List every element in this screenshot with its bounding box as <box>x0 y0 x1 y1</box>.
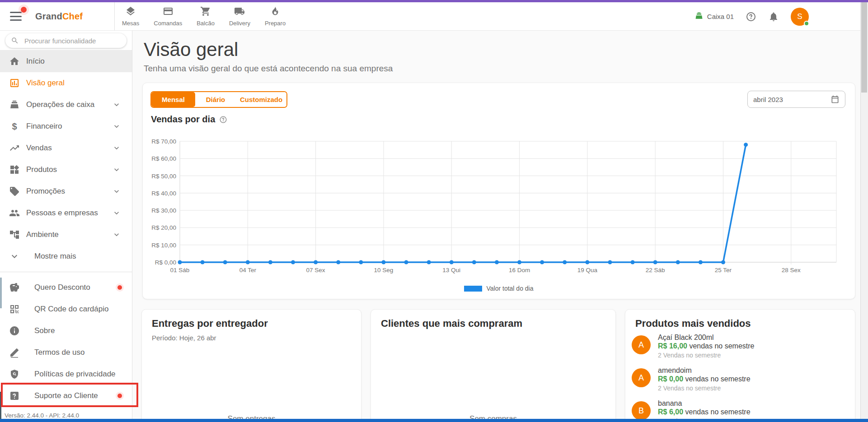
sidebar-scrollbar-thumb[interactable] <box>0 278 2 308</box>
home-icon <box>9 56 20 67</box>
header-right-cluster: Caixa 01 S <box>694 2 809 31</box>
dollar-icon: $ <box>9 121 20 132</box>
list-item[interactable]: A amendoim R$ 0,00 vendas no semestre 2 … <box>632 366 850 392</box>
bell-icon[interactable] <box>768 11 779 22</box>
avatar[interactable]: S <box>791 8 809 26</box>
product-amount-suffix: vendas no semestre <box>685 408 751 416</box>
sidebar-item-inicio[interactable]: Início <box>0 51 132 72</box>
tab-customizado[interactable]: Customizado <box>236 92 286 107</box>
qr-code-icon <box>9 304 20 315</box>
chevron-down-icon <box>9 251 20 262</box>
sidebar-item-label: Sobre <box>34 326 55 335</box>
product-sales-line: R$ 6,00 vendas no semestre <box>658 408 751 417</box>
list-item[interactable]: A Açaí Black 200ml R$ 16,00 vendas no se… <box>632 333 850 359</box>
sidebar-item-label: Mostre mais <box>34 252 76 261</box>
trending-up-icon <box>9 143 20 153</box>
search-input[interactable] <box>24 37 121 45</box>
svg-text:R$ 0,00: R$ 0,00 <box>155 259 176 266</box>
widgets-icon <box>9 164 20 175</box>
sidebar-item-visao-geral[interactable]: Visão geral <box>0 72 132 94</box>
sidebar-item-label: Financeiro <box>26 122 62 131</box>
cash-register-icon <box>9 99 20 110</box>
sidebar-item-quero-desconto[interactable]: Quero Desconto <box>0 277 132 298</box>
svg-text:R$ 40,00: R$ 40,00 <box>151 190 176 197</box>
product-list: A Açaí Black 200ml R$ 16,00 vendas no se… <box>632 333 850 422</box>
month-picker[interactable] <box>747 91 845 108</box>
sidebar-item-label: Visão geral <box>26 79 65 88</box>
deliveries-card: Entregas por entregador Período: Hoje, 2… <box>141 309 361 422</box>
calendar-icon <box>830 95 840 104</box>
card-title: Clientes que mais compraram <box>381 318 522 329</box>
card-period: Período: Hoje, 26 abr <box>152 334 216 342</box>
nav-label: Preparo <box>265 20 286 27</box>
nav-preparo[interactable]: Preparo <box>258 2 293 30</box>
sidebar-item-label: Políticas de privacidade <box>34 370 116 379</box>
nav-comandas[interactable]: Comandas <box>146 2 189 30</box>
version-label: Versão: 2.44.0 - API: 2.44.0 <box>0 407 132 419</box>
sidebar-item-politicas-de-privacidade[interactable]: Políticas de privacidade <box>0 363 132 385</box>
sidebar-item-sobre[interactable]: Sobre <box>0 320 132 342</box>
page-title: Visão geral <box>144 39 238 60</box>
page-scrollbar-thumb[interactable] <box>861 2 867 93</box>
customers-card: Clientes que mais compraram Sem compras <box>371 309 616 422</box>
product-amount: R$ 16,00 <box>658 342 687 350</box>
sidebar-item-ambiente[interactable]: Ambiente <box>0 224 132 246</box>
product-name: amendoim <box>658 366 751 375</box>
brand-logo: GrandChef <box>35 11 83 22</box>
sidebar-item-label: Operações de caixa <box>26 100 94 109</box>
sales-chart-card: Mensal Diário Customizado Vendas por dia… <box>142 83 855 299</box>
sidebar-item-label: Ambiente <box>26 230 59 239</box>
sidebar-item-operacoes-de-caixa[interactable]: Operações de caixa <box>0 94 132 116</box>
product-sales-line: R$ 0,00 vendas no semestre <box>658 375 751 384</box>
nav-balcao[interactable]: Balcão <box>189 2 222 30</box>
period-tab-group: Mensal Diário Customizado <box>150 91 287 108</box>
sidebar-item-vendas[interactable]: Vendas <box>0 137 132 159</box>
theme-top-strip <box>0 0 868 2</box>
svg-text:07 Sex: 07 Sex <box>306 267 325 274</box>
search-icon <box>11 37 19 45</box>
sidebar-search-wrap <box>0 31 132 51</box>
sidebar-item-financeiro[interactable]: $ Financeiro <box>0 116 132 137</box>
sidebar-divider <box>0 272 132 272</box>
sidebar-item-termos-de-uso[interactable]: Termos de uso <box>0 342 132 363</box>
menu-icon[interactable] <box>10 12 22 21</box>
cart-icon <box>200 6 211 19</box>
sidebar-item-suporte-ao-cliente[interactable]: Suporte ao Cliente <box>0 385 132 407</box>
flame-icon <box>270 6 281 19</box>
help-icon[interactable] <box>219 116 227 124</box>
chart-title: Vendas por dia <box>151 114 215 125</box>
chart-toolbar: Mensal Diário Customizado <box>150 91 845 108</box>
product-amount: R$ 0,00 <box>658 375 683 383</box>
sidebar-item-produtos[interactable]: Produtos <box>0 159 132 181</box>
chevron-down-icon <box>112 144 121 153</box>
month-picker-input[interactable] <box>753 96 830 103</box>
chart-title-row: Vendas por dia <box>151 114 227 125</box>
sidebar-item-qr-code-cardapio[interactable]: QR Code do cardápio <box>0 298 132 320</box>
notification-dot <box>117 285 122 290</box>
privacy-shield-icon <box>9 369 20 380</box>
avatar: A <box>632 368 651 387</box>
sidebar-item-label: Pessoas e empresas <box>26 209 98 218</box>
sidebar-item-pessoas-e-empresas[interactable]: Pessoas e empresas <box>0 202 132 224</box>
cash-register-status[interactable]: Caixa 01 <box>694 11 734 22</box>
chevron-down-icon <box>112 209 121 218</box>
cash-register-label: Caixa 01 <box>707 13 734 20</box>
tab-mensal[interactable]: Mensal <box>151 92 195 107</box>
nav-mesas[interactable]: Mesas <box>115 2 146 30</box>
help-icon[interactable] <box>746 11 756 22</box>
svg-text:22 Sáb: 22 Sáb <box>646 267 665 274</box>
nav-label: Mesas <box>122 20 139 27</box>
product-sub-line: 2 Vendas no semestre <box>658 384 751 392</box>
svg-text:04 Ter: 04 Ter <box>239 267 257 274</box>
sidebar-item-mostre-mais[interactable]: Mostre mais <box>0 246 132 267</box>
product-name: Açaí Black 200ml <box>658 333 754 342</box>
piggy-bank-icon <box>9 282 20 293</box>
product-amount: R$ 6,00 <box>658 408 683 416</box>
app-header: GrandChef Mesas Comandas Balcão Delivery… <box>0 2 860 31</box>
sidebar-search[interactable] <box>5 33 127 48</box>
svg-text:01 Sáb: 01 Sáb <box>170 267 190 274</box>
nav-delivery[interactable]: Delivery <box>222 2 258 30</box>
sidebar-item-promocoes[interactable]: Promoções <box>0 181 132 202</box>
tab-diario[interactable]: Diário <box>195 92 236 107</box>
chevron-down-icon <box>112 122 121 131</box>
